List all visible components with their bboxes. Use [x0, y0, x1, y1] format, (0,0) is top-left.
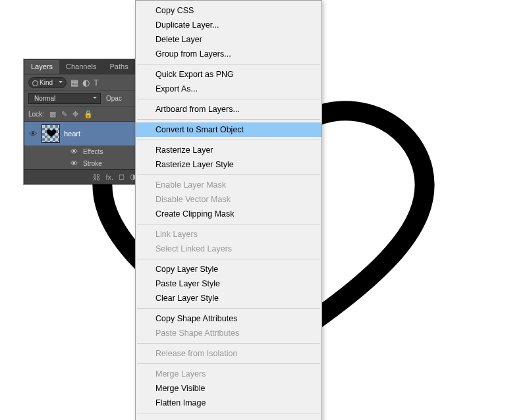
menu-separator [137, 140, 320, 140]
layer-thumbnail[interactable] [42, 124, 60, 143]
menu-item-rasterize-layer[interactable]: Rasterize Layer [136, 143, 321, 157]
panel-tabs: Layers Channels Paths His [24, 60, 140, 74]
lock-move-icon[interactable]: ✥ [72, 110, 78, 118]
menu-item-artboard-from-layers[interactable]: Artboard from Layers... [136, 102, 321, 117]
stroke-visibility-icon[interactable]: 👁 [70, 159, 78, 167]
lock-row: Lock: ▩ ✎ ✥ 🔒 [24, 106, 140, 122]
menu-separator [137, 99, 320, 99]
menu-item-select-linked-layers: Select Linked Layers [136, 242, 321, 256]
layer-item-heart[interactable]: 👁 heart [24, 122, 140, 145]
blend-row: Normal Opac [24, 90, 140, 106]
menu-item-copy-css[interactable]: Copy CSS [136, 3, 321, 18]
lock-all-icon[interactable]: 🔒 [84, 110, 93, 118]
menu-separator [137, 174, 320, 175]
menu-item-delete-layer[interactable]: Delete Layer [136, 32, 321, 47]
layers-panel: Layers Channels Paths His Kind ▦ ◐ T Nor… [24, 59, 141, 184]
tab-layers[interactable]: Layers [24, 60, 59, 74]
menu-item-disable-vector-mask: Disable Vector Mask [136, 192, 321, 207]
tab-paths[interactable]: Paths [103, 60, 135, 74]
kind-filter-select[interactable]: Kind [28, 77, 67, 88]
visibility-toggle[interactable]: 👁 [28, 129, 38, 139]
menu-item-merge-visible[interactable]: Merge Visible [136, 381, 321, 396]
menu-separator [137, 363, 320, 364]
menu-separator [137, 308, 320, 309]
layer-stroke-row[interactable]: 👁 Stroke [24, 157, 140, 169]
menu-item-clear-layer-style[interactable]: Clear Layer Style [136, 291, 321, 305]
link-layers-icon[interactable]: ⛓ [93, 173, 100, 181]
lock-label: Lock: [28, 111, 44, 118]
blend-mode-select[interactable]: Normal [28, 93, 101, 104]
effects-visibility-icon[interactable]: 👁 [70, 147, 78, 155]
fx-icon[interactable]: fx. [105, 173, 113, 181]
menu-item-release-from-isolation: Release from Isolation [136, 346, 321, 361]
menu-separator [137, 64, 320, 65]
menu-separator [137, 413, 320, 413]
menu-item-quick-export-as-png[interactable]: Quick Export as PNG [136, 67, 321, 82]
menu-item-duplicate-layer[interactable]: Duplicate Layer... [136, 18, 321, 32]
menu-item-merge-layers: Merge Layers [136, 367, 321, 381]
menu-item-paste-shape-attributes: Paste Shape Attributes [136, 326, 321, 340]
menu-separator [137, 119, 320, 120]
effects-label: Effects [83, 148, 103, 155]
menu-item-convert-to-smart-object[interactable]: Convert to Smart Object [136, 122, 321, 137]
menu-item-paste-layer-style[interactable]: Paste Layer Style [136, 276, 321, 291]
menu-item-enable-layer-mask: Enable Layer Mask [136, 178, 321, 192]
menu-item-export-as[interactable]: Export As... [136, 82, 321, 96]
menu-separator [137, 259, 320, 259]
layer-context-menu: Copy CSSDuplicate Layer...Delete LayerGr… [135, 0, 322, 420]
panel-footer: ⛓ fx. ◻ ◑ [24, 169, 140, 184]
menu-separator [137, 224, 320, 224]
mask-icon[interactable]: ◻ [119, 172, 125, 181]
menu-item-link-layers: Link Layers [136, 227, 321, 242]
layer-list: 👁 heart 👁 Effects 👁 Stroke [24, 122, 140, 169]
menu-item-copy-shape-attributes[interactable]: Copy Shape Attributes [136, 311, 321, 326]
menu-item-rasterize-layer-style[interactable]: Rasterize Layer Style [136, 157, 321, 172]
filter-row: Kind ▦ ◐ T [24, 74, 140, 90]
tab-channels[interactable]: Channels [59, 60, 103, 74]
layer-effects-row[interactable]: 👁 Effects [24, 145, 140, 157]
lock-brush-icon[interactable]: ✎ [61, 110, 67, 118]
lock-transparency-icon[interactable]: ▩ [49, 110, 56, 118]
menu-item-no-color[interactable]: No Color [136, 416, 321, 420]
filter-adjustment-icon[interactable]: ◐ [82, 78, 90, 88]
stroke-label: Stroke [83, 160, 102, 167]
menu-separator [137, 343, 320, 344]
menu-item-flatten-image[interactable]: Flatten Image [136, 396, 321, 410]
filter-pixel-icon[interactable]: ▦ [70, 78, 78, 88]
menu-item-group-from-layers[interactable]: Group from Layers... [136, 47, 321, 61]
layer-name[interactable]: heart [64, 130, 80, 138]
opacity-label: Opac [106, 95, 122, 102]
menu-item-copy-layer-style[interactable]: Copy Layer Style [136, 262, 321, 276]
filter-type-icon[interactable]: T [94, 78, 99, 88]
menu-item-create-clipping-mask[interactable]: Create Clipping Mask [136, 207, 321, 221]
